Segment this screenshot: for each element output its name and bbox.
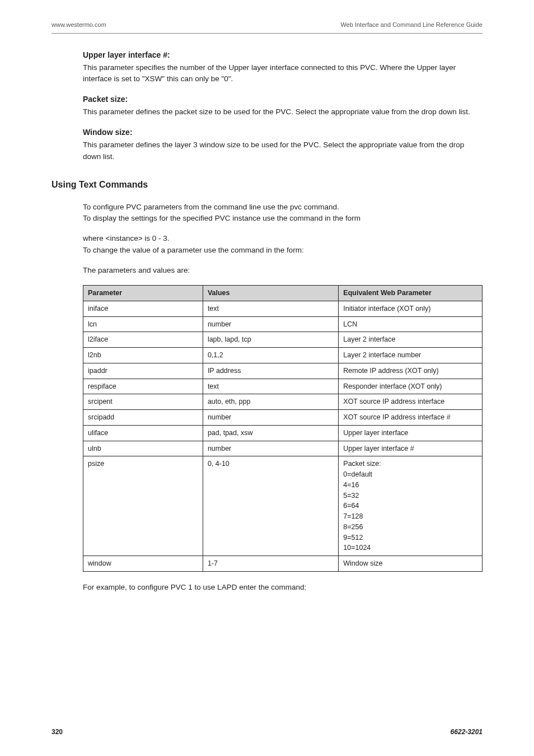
table-cell: psize [83, 456, 203, 556]
table-row: window1-7Window size [83, 556, 483, 572]
table-cell: lcn [83, 316, 203, 332]
table-cell: ipaddr [83, 363, 203, 379]
table-row: inifacetextInitiator interface (XOT only… [83, 301, 483, 316]
table-cell: text [203, 379, 338, 394]
footer: 320 6622-3201 [51, 727, 483, 737]
table-cell: l2nb [83, 348, 203, 363]
para-example: For example, to configure PVC 1 to use L… [83, 582, 483, 593]
table-cell: l2iface [83, 332, 203, 348]
table-cell: iniface [83, 301, 203, 316]
th-parameter: Parameter [83, 286, 203, 301]
table-cell: Layer 2 interface number [339, 348, 483, 363]
table-cell: LCN [339, 316, 483, 332]
table-cell: respiface [83, 379, 203, 394]
table-cell: Initiator interface (XOT only) [339, 301, 483, 316]
table-row: lcnnumberLCN [83, 316, 483, 332]
table-cell: number [203, 441, 338, 456]
table-cell: Remote IP address (XOT only) [339, 363, 483, 379]
table-cell: window [83, 556, 203, 572]
table-cell: Upper layer interface [339, 425, 483, 441]
table-cell: 1-7 [203, 556, 338, 572]
table-row: l2ifacelapb, lapd, tcpLayer 2 interface [83, 332, 483, 348]
table-cell: text [203, 301, 338, 316]
table-cell: ulnb [83, 441, 203, 456]
table-row: ipaddrIP addressRemote IP address (XOT o… [83, 363, 483, 379]
table-cell: 0,1,2 [203, 348, 338, 363]
header-guide-title: Web Interface and Command Line Reference… [340, 20, 483, 30]
table-row: srcipaddnumberXOT source IP address inte… [83, 410, 483, 426]
para-params-intro: The parameters and values are: [83, 265, 483, 276]
table-row: srcipentauto, eth, pppXOT source IP addr… [83, 394, 483, 410]
para-packet-size: This parameter defines the packet size t… [83, 106, 483, 118]
subheading-window-size: Window size: [83, 127, 483, 138]
table-row: respifacetextResponder interface (XOT on… [83, 379, 483, 394]
header-bar: www.westermo.com Web Interface and Comma… [51, 20, 483, 34]
para-instance-change: where <instance> is 0 - 3. To change the… [83, 233, 483, 256]
table-row: l2nb0,1,2Layer 2 interface number [83, 348, 483, 363]
table-cell: number [203, 410, 338, 426]
table-row: ulifacepad, tpad, xswUpper layer interfa… [83, 425, 483, 441]
table-cell: XOT source IP address interface [339, 394, 483, 410]
table-header-row: Parameter Values Equivalent Web Paramete… [83, 286, 483, 301]
table-cell: lapb, lapd, tcp [203, 332, 338, 348]
th-values: Values [203, 286, 338, 301]
table-cell: srcipent [83, 394, 203, 410]
heading-using-text-commands: Using Text Commands [51, 178, 483, 192]
para-window-size: This parameter defines the layer 3 windo… [83, 139, 483, 162]
table-cell: Layer 2 interface [339, 332, 483, 348]
table-cell: XOT source IP address interface # [339, 410, 483, 426]
table-cell: IP address [203, 363, 338, 379]
table-cell: pad, tpad, xsw [203, 425, 338, 441]
table-cell: number [203, 316, 338, 332]
table-cell: Packet size:0=default4=165=326=647=1288=… [339, 456, 483, 556]
main-content: Upper layer interface #: This parameter … [51, 49, 483, 594]
table-cell: auto, eth, ppp [203, 394, 338, 410]
page-number: 320 [51, 727, 63, 737]
para-upper-layer: This parameter specifies the number of t… [83, 62, 483, 85]
table-cell: uliface [83, 425, 203, 441]
table-row: psize0, 4-10Packet size:0=default4=165=3… [83, 456, 483, 556]
table-cell: Window size [339, 556, 483, 572]
header-url: www.westermo.com [51, 20, 106, 30]
th-equivalent: Equivalent Web Parameter [339, 286, 483, 301]
parameters-table: Parameter Values Equivalent Web Paramete… [83, 285, 483, 572]
para-configure-display: To configure PVC parameters from the com… [83, 202, 483, 225]
doc-number: 6622-3201 [451, 727, 483, 737]
table-cell: Responder interface (XOT only) [339, 379, 483, 394]
subheading-upper-layer: Upper layer interface #: [83, 49, 483, 61]
subheading-packet-size: Packet size: [83, 94, 483, 105]
table-cell: srcipadd [83, 410, 203, 426]
table-row: ulnbnumberUpper layer interface # [83, 441, 483, 456]
table-cell: 0, 4-10 [203, 456, 338, 556]
table-cell: Upper layer interface # [339, 441, 483, 456]
